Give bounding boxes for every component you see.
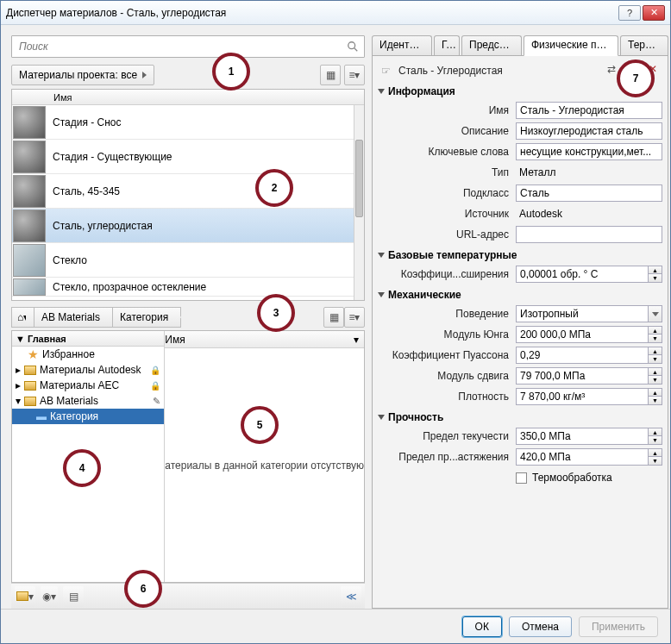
spinner[interactable]: ▲▼ bbox=[649, 448, 662, 466]
label-type: Тип bbox=[378, 166, 516, 178]
list-header: Имя bbox=[12, 90, 364, 105]
new-library-button[interactable]: ▾ bbox=[15, 586, 35, 607]
label-heat-treat: Термообработка bbox=[532, 472, 612, 484]
input-density[interactable]: 7 870,00 кг/м³ bbox=[516, 388, 649, 405]
apply-button: Применить bbox=[579, 616, 658, 637]
tab-graphics[interactable]: Г... bbox=[434, 35, 460, 56]
view-list-button[interactable]: ≡▾ bbox=[344, 65, 365, 85]
combo-behavior[interactable]: Изотропный bbox=[516, 305, 649, 322]
material-list: Имя Стадия - Снос Стадия - Существующие … bbox=[11, 89, 365, 301]
spinner[interactable]: ▲▼ bbox=[649, 266, 662, 283]
collapse-button[interactable]: ≪ bbox=[341, 586, 361, 607]
spinner[interactable]: ▲▼ bbox=[649, 326, 662, 343]
input-tensile[interactable]: 420,0 МПа bbox=[516, 448, 649, 466]
duplicate-asset-button[interactable]: ⎘ bbox=[624, 61, 640, 77]
list-item[interactable]: Сталь, 45-345 bbox=[12, 174, 354, 209]
section-mechanical[interactable]: Механические bbox=[378, 289, 662, 301]
label-expansion: Коэффици...сширения bbox=[378, 268, 516, 280]
section-strength[interactable]: Прочность bbox=[378, 411, 662, 423]
chevron-down-icon[interactable] bbox=[649, 305, 662, 322]
physical-panel: ☞ Сталь - Углеродистая ⇄ ⎘ ✕ Информация … bbox=[372, 55, 668, 609]
delete-asset-button[interactable]: ✕ bbox=[645, 61, 661, 77]
breadcrumb-lib[interactable]: AB Materials bbox=[34, 307, 112, 328]
lib-view-list-button[interactable]: ≡▾ bbox=[344, 307, 365, 328]
lib-view-grid-button[interactable]: ▦ bbox=[323, 307, 344, 328]
spinner[interactable]: ▲▼ bbox=[649, 367, 662, 385]
input-desc[interactable]: Низкоуглеродистая сталь bbox=[516, 122, 662, 140]
material-name: Стадия - Существующие bbox=[53, 151, 172, 163]
property-tabs: Идентиф... Г... Предста... Физические па… bbox=[372, 35, 668, 56]
tab-physical[interactable]: Физические пара... bbox=[524, 35, 618, 56]
material-manager-window: Диспетчер материалов - Сталь, углеродист… bbox=[0, 0, 671, 644]
material-thumb bbox=[13, 209, 46, 242]
input-name[interactable]: Сталь - Углеродистая bbox=[516, 102, 662, 119]
spinner[interactable]: ▲▼ bbox=[649, 388, 662, 405]
panel-toggle-button[interactable]: ▤ bbox=[63, 586, 84, 607]
checkbox-heat-treat[interactable] bbox=[516, 472, 527, 484]
input-subclass[interactable]: Сталь bbox=[516, 184, 662, 202]
tab-identification[interactable]: Идентиф... bbox=[372, 35, 432, 56]
list-item-selected[interactable]: Сталь, углеродистая bbox=[12, 209, 354, 243]
expand-icon: ▸ bbox=[16, 379, 21, 391]
material-thumb bbox=[13, 278, 46, 296]
bottom-toolbar: ▾ ◉▾ ▤ ≪ bbox=[11, 583, 365, 609]
label-name: Имя bbox=[378, 104, 516, 116]
category-header[interactable]: Имя▾ bbox=[165, 331, 364, 348]
breadcrumb-cat[interactable]: Категория bbox=[112, 307, 181, 328]
material-thumb bbox=[13, 141, 46, 173]
collapse-icon: ▾ bbox=[16, 395, 21, 407]
scroll-thumb[interactable] bbox=[355, 140, 363, 217]
view-grid-button[interactable]: ▦ bbox=[320, 65, 341, 85]
list-item[interactable]: Стадия - Существующие bbox=[12, 140, 354, 174]
search-input[interactable] bbox=[17, 40, 343, 53]
close-button[interactable]: ✕ bbox=[643, 5, 665, 21]
list-item[interactable]: Стекло, прозрачное остекление bbox=[12, 278, 354, 297]
value-type: Металл bbox=[516, 164, 662, 181]
tree-lib-autodesk[interactable]: ▸Материалы Autodesk🔒 bbox=[12, 362, 164, 378]
input-shear[interactable]: 79 700,0 МПа bbox=[516, 367, 649, 385]
material-name: Стадия - Снос bbox=[53, 116, 122, 128]
tab-thermal[interactable]: Терма... bbox=[620, 35, 668, 56]
tree-favorites[interactable]: ★Избранное bbox=[12, 347, 164, 362]
scrollbar[interactable] bbox=[354, 105, 364, 300]
tree-lib-ab[interactable]: ▾AB Materials✎ bbox=[12, 393, 164, 409]
properties-panel: Идентиф... Г... Предста... Физические па… bbox=[372, 35, 668, 609]
breadcrumb-home[interactable]: ⌂▾ bbox=[11, 307, 34, 328]
section-info[interactable]: Информация bbox=[378, 85, 662, 97]
tree-header[interactable]: ▼ Главная bbox=[12, 331, 164, 347]
list-item[interactable]: Стекло bbox=[12, 243, 354, 278]
star-icon: ★ bbox=[28, 348, 39, 360]
tree-category[interactable]: ▬Категория bbox=[12, 409, 164, 424]
ok-button[interactable]: ОК bbox=[462, 616, 502, 637]
input-poisson[interactable]: 0,29 bbox=[516, 347, 649, 364]
input-expansion[interactable]: 0,00001 обр. ° C bbox=[516, 266, 649, 283]
new-material-button[interactable]: ◉▾ bbox=[41, 586, 58, 607]
project-filter-dropdown[interactable]: Материалы проекта: все bbox=[11, 65, 154, 85]
collapse-icon bbox=[378, 89, 385, 94]
section-thermal[interactable]: Базовые температурные bbox=[378, 249, 662, 261]
cancel-button[interactable]: Отмена bbox=[509, 616, 572, 637]
chevron-right-icon bbox=[142, 72, 147, 78]
input-url[interactable] bbox=[516, 226, 662, 243]
help-button[interactable]: ? bbox=[618, 5, 641, 21]
material-name: Сталь, углеродистая bbox=[53, 220, 153, 232]
library-tree: ▼ Главная ★Избранное ▸Материалы Autodesk… bbox=[12, 331, 165, 582]
material-name: Стекло bbox=[53, 254, 87, 266]
search-box[interactable] bbox=[11, 35, 365, 58]
spinner[interactable]: ▲▼ bbox=[649, 428, 662, 445]
material-name: Сталь, 45-345 bbox=[53, 185, 120, 197]
input-keywords[interactable]: несущие конструкции,мет... bbox=[516, 143, 662, 160]
tab-appearance[interactable]: Предста... bbox=[461, 35, 522, 56]
spinner[interactable]: ▲▼ bbox=[649, 347, 662, 364]
chevron-down-icon: ▾ bbox=[354, 334, 364, 346]
folder-icon bbox=[24, 366, 36, 375]
input-yield[interactable]: 350,0 МПа bbox=[516, 428, 649, 445]
lock-icon: 🔒 bbox=[150, 381, 164, 391]
input-youngs[interactable]: 200 000,0 МПа bbox=[516, 326, 649, 343]
replace-asset-button[interactable]: ⇄ bbox=[604, 61, 619, 77]
label-url: URL-адрес bbox=[378, 228, 516, 241]
list-item[interactable]: Стадия - Снос bbox=[12, 105, 354, 140]
tree-lib-aec[interactable]: ▸Материалы AEC🔒 bbox=[12, 378, 164, 393]
material-thumb bbox=[13, 244, 46, 277]
project-toolbar: Материалы проекта: все ▦ ≡▾ bbox=[11, 63, 365, 87]
